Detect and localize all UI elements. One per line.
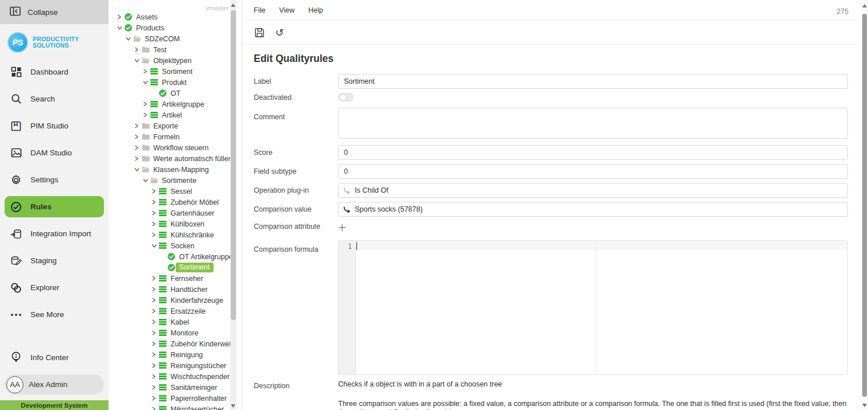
chevron-right-icon[interactable] [152, 189, 159, 194]
chevron-right-icon[interactable] [152, 287, 159, 292]
tree-node-assets[interactable]: Assets [108, 11, 242, 22]
label-input[interactable] [338, 74, 848, 89]
tree-node-kühlboxen[interactable]: Kühlboxen [108, 218, 242, 229]
chevron-right-icon[interactable] [152, 319, 159, 325]
chevron-right-icon[interactable] [152, 341, 159, 346]
collapse-button[interactable]: Collapse [0, 0, 108, 24]
main-scrollbar-thumb[interactable] [862, 14, 867, 397]
chevron-down-icon[interactable] [143, 178, 150, 183]
sidebar-item-settings[interactable]: Settings [0, 166, 108, 193]
sidebar-item-dashboard[interactable]: Dashboard [0, 58, 108, 85]
tree-scrollbar-thumb[interactable] [231, 10, 236, 320]
sidebar-item-see-more[interactable]: See More [0, 301, 108, 328]
chevron-down-icon[interactable] [152, 244, 159, 248]
tree-node-artikel[interactable]: Artikel [108, 110, 242, 120]
tree-node-workflow-steuern[interactable]: Workflow steuern [108, 142, 242, 153]
field-subtype-input[interactable] [338, 164, 848, 179]
tree-scrollbar[interactable] [230, 0, 237, 410]
scroll-up-arrow-icon[interactable] [231, 3, 235, 7]
tree-node-ot[interactable]: OT [108, 88, 242, 99]
tree-node-reinigungstücher[interactable]: Reinigungstücher [108, 360, 242, 371]
tree-node-sanitärreiniger[interactable]: Sanitärreiniger [108, 382, 242, 393]
tree-node-socken[interactable]: Socken [108, 240, 242, 251]
chevron-down-icon[interactable] [143, 80, 150, 85]
tree-node-artikelgruppe[interactable]: Artikelgruppe [108, 99, 242, 110]
refresh-button[interactable]: ↺ [273, 26, 286, 39]
scroll-down-arrow-icon[interactable] [231, 404, 235, 408]
chevron-right-icon[interactable] [143, 101, 150, 107]
chevron-right-icon[interactable] [152, 276, 159, 281]
chevron-right-icon[interactable] [152, 374, 159, 379]
tree-node-ersatzzeile[interactable]: Ersatzzeile [108, 306, 242, 317]
tree-node-test[interactable]: Test [108, 44, 242, 55]
chevron-right-icon[interactable] [152, 363, 159, 368]
tree-node-exporte[interactable]: Exporte [108, 120, 242, 131]
sidebar-item-dam-studio[interactable]: DAM Studio [0, 139, 108, 166]
scroll-up-arrow-icon[interactable] [862, 4, 867, 7]
tree-node-kabel[interactable]: Kabel [108, 317, 242, 327]
sidebar-item-explorer[interactable]: Explorer [0, 274, 108, 301]
tree-node-zubehör-möbel[interactable]: Zubehör Möbel [108, 197, 242, 208]
editor-content[interactable] [356, 241, 847, 374]
tree-node-produkt[interactable]: Produkt [108, 77, 242, 88]
chevron-right-icon[interactable] [152, 407, 159, 410]
chevron-right-icon[interactable] [152, 396, 159, 401]
tree-node-monitore[interactable]: Monitore [108, 327, 242, 338]
chevron-down-icon[interactable] [126, 37, 133, 41]
tree-node-fernseher[interactable]: Fernseher [108, 273, 242, 284]
menu-view[interactable]: View [279, 6, 294, 14]
chevron-right-icon[interactable] [134, 145, 142, 150]
operation-plugin-input[interactable] [338, 183, 848, 198]
tree-node-werte-automatisch-füllen[interactable]: Werte automatisch füllen [108, 153, 242, 164]
chevron-right-icon[interactable] [134, 134, 142, 139]
comparison-formula-editor[interactable]: 1 [338, 240, 848, 375]
save-button[interactable] [253, 26, 266, 39]
chevron-right-icon[interactable] [152, 210, 159, 216]
chevron-right-icon[interactable] [152, 309, 159, 314]
chevron-down-icon[interactable] [134, 167, 142, 172]
comparison-value-input[interactable] [338, 202, 848, 217]
add-comparison-attribute-button[interactable] [338, 222, 346, 234]
chevron-right-icon[interactable] [134, 156, 142, 161]
tree-node-sessel[interactable]: Sessel [108, 186, 242, 197]
tree-node-kühlschränke[interactable]: Kühlschränke [108, 229, 242, 240]
chevron-right-icon[interactable] [117, 14, 125, 19]
chevron-down-icon[interactable] [134, 58, 142, 63]
sidebar-item-info-center[interactable]: Info Center [0, 344, 108, 371]
tree-node-wischtuchspender[interactable]: Wischtuchspender [108, 371, 242, 382]
sidebar-item-search[interactable]: Search [0, 85, 108, 112]
chevron-right-icon[interactable] [134, 47, 142, 52]
chevron-right-icon[interactable] [143, 112, 150, 118]
score-input[interactable] [338, 145, 848, 160]
chevron-right-icon[interactable] [143, 69, 150, 74]
tree-node-products[interactable]: Products [108, 22, 242, 33]
tree-node-zubehör-kinderwelt[interactable]: Zubehör Kinderwelt [108, 338, 242, 349]
sidebar-item-pim-studio[interactable]: PIM Studio [0, 112, 108, 139]
tree-node-sdzecom[interactable]: SDZeCOM [108, 33, 242, 44]
chevron-down-icon[interactable] [117, 26, 125, 30]
chevron-right-icon[interactable] [152, 200, 159, 205]
chevron-right-icon[interactable] [152, 352, 159, 357]
tree-node-sortiment[interactable]: Sortiment [108, 262, 242, 273]
chevron-right-icon[interactable] [152, 330, 159, 335]
chevron-right-icon[interactable] [134, 123, 142, 128]
tree-node-klassen-mapping[interactable]: Klassen-Mapping [108, 164, 242, 175]
tree-node-kinderfahrzeuge[interactable]: Kinderfahrzeuge [108, 295, 242, 306]
comment-textarea[interactable] [338, 108, 848, 139]
tree-node-reinigung[interactable]: Reinigung [108, 349, 242, 360]
sidebar-item-staging[interactable]: Staging [0, 247, 108, 274]
tree-node-sortiment[interactable]: Sortiment [108, 66, 242, 77]
sidebar-item-integration-import[interactable]: Integration Import [0, 220, 108, 247]
chevron-right-icon[interactable] [152, 221, 159, 227]
tree-node-objekttypen[interactable]: Objekttypen [108, 55, 242, 66]
tree-node-handtücher[interactable]: Handtücher [108, 284, 242, 295]
menu-file[interactable]: File [254, 6, 265, 14]
menu-help[interactable]: Help [308, 6, 323, 14]
tree-node-formeln[interactable]: Formeln [108, 131, 242, 142]
sidebar-item-rules[interactable]: Rules [5, 196, 104, 217]
tree-node-ot-artikelgruppe[interactable]: OT Artikelgruppe [108, 251, 242, 262]
chevron-right-icon[interactable] [152, 232, 159, 237]
main-scrollbar[interactable] [861, 0, 868, 410]
chevron-right-icon[interactable] [152, 298, 159, 303]
chevron-right-icon[interactable] [152, 385, 159, 390]
